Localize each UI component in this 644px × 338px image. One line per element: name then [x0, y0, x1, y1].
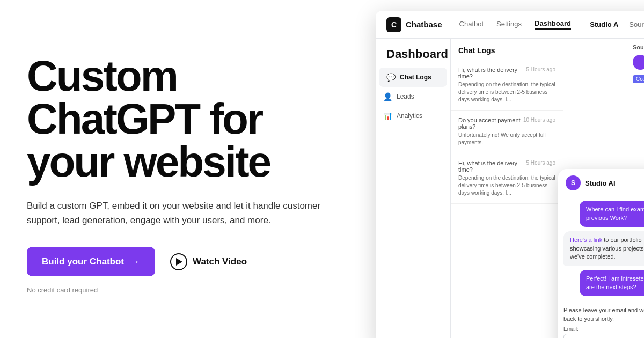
chat-bubble-user-2: Perfect! I am intreseted, what are the n…: [580, 270, 644, 296]
studio-label: Studio A: [590, 20, 618, 28]
sidebar-item-leads[interactable]: 👤 Leads: [376, 87, 450, 106]
chat-widget-header: S Studio AI ↻: [558, 169, 644, 195]
portfolio-link[interactable]: Here's a link: [570, 237, 602, 243]
dashboard-nav: Chatbot Settings Dashboard: [459, 19, 590, 30]
dashboard-header: C Chatbase Chatbot Settings Dashboard St…: [376, 11, 644, 39]
nav-settings[interactable]: Settings: [496, 20, 522, 29]
chat-bot-name: S Studio AI: [566, 175, 616, 190]
chat-bubble-bot: Here's a link to our portfolio showcasin…: [564, 231, 644, 266]
sources-panel-title: Sour...: [633, 44, 644, 50]
app-logo: C Chatbase: [386, 17, 442, 32]
dashboard-window: C Chatbase Chatbot Settings Dashboard St…: [376, 11, 644, 338]
email-prompt: Please leave your email and we will get …: [564, 306, 644, 323]
table-row[interactable]: 5 Hours ago Hi, what is the delivery tim…: [451, 153, 563, 204]
chat-widget: S Studio AI ↻ Where can I find examples …: [558, 169, 644, 338]
dashboard-body: Dashboard 💬 Chat Logs 👤 Leads 📊 Analytic…: [376, 39, 644, 338]
sources-panel: Sour... Co...: [628, 39, 644, 89]
hero-section: Custom ChatGPT for your website Build a …: [0, 0, 354, 338]
avatar: S: [566, 175, 581, 190]
chat-logs-title: Chat Logs: [451, 44, 563, 60]
play-triangle: [176, 258, 182, 266]
cta-row: Build your Chatbot → Watch Video: [27, 247, 327, 276]
email-label: Email:: [564, 326, 644, 332]
chat-email-section: Please leave your email and we will get …: [558, 302, 644, 338]
nav-dashboard[interactable]: Dashboard: [535, 19, 571, 30]
chat-bubble-user: Where can I find examples of previous Wo…: [580, 201, 644, 227]
source-dot: [633, 55, 644, 70]
hero-subtitle: Build a custom GPT, embed it on your web…: [27, 199, 327, 227]
no-credit-text: No credit card required: [27, 286, 327, 294]
sources-label[interactable]: Sources: [629, 20, 644, 28]
analytics-icon: 📊: [383, 112, 392, 120]
email-input[interactable]: [564, 334, 644, 338]
page-title: Dashboard: [376, 39, 450, 68]
dashboard-sidebar: Dashboard 💬 Chat Logs 👤 Leads 📊 Analytic…: [376, 39, 451, 338]
connect-badge[interactable]: Co...: [633, 75, 644, 83]
leads-icon: 👤: [383, 92, 392, 101]
chat-log-list: Chat Logs 5 Hours ago Hi, what is the de…: [451, 39, 564, 338]
table-row[interactable]: 5 Hours ago Hi, what is the delivery tim…: [451, 60, 563, 111]
chat-messages: Where can I find examples of previous Wo…: [558, 195, 644, 302]
nav-chatbot[interactable]: Chatbot: [459, 20, 484, 29]
play-icon: [170, 253, 187, 270]
build-chatbot-button[interactable]: Build your Chatbot →: [27, 247, 155, 276]
arrow-icon: →: [129, 255, 140, 268]
dashboard-main: Chat Logs 5 Hours ago Hi, what is the de…: [451, 39, 644, 338]
logo-icon: C: [386, 17, 401, 32]
sidebar-item-chatlogs[interactable]: 💬 Chat Logs: [379, 68, 447, 87]
right-section: C Chatbase Chatbot Settings Dashboard St…: [354, 0, 644, 338]
sidebar-item-analytics[interactable]: 📊 Analytics: [376, 106, 450, 126]
table-row[interactable]: 10 Hours ago Do you accept payment plans…: [451, 111, 563, 153]
hero-title: Custom ChatGPT for your website: [27, 55, 327, 183]
watch-video-button[interactable]: Watch Video: [170, 253, 247, 270]
chatlogs-icon: 💬: [386, 73, 396, 82]
